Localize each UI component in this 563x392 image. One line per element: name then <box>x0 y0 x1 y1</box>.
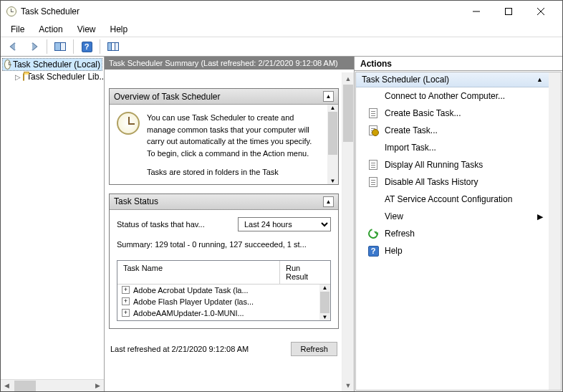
menu-help[interactable]: Help <box>105 23 134 36</box>
close-button[interactable] <box>524 1 557 21</box>
task-row[interactable]: + AdobeAAMUpdater-1.0-MUNI... <box>117 307 319 319</box>
tree-expander-icon[interactable]: ▷ <box>15 73 21 81</box>
action-create-task[interactable]: Create Task... <box>356 122 549 139</box>
scroll-thumb[interactable] <box>14 381 36 391</box>
clock-large-icon <box>117 112 140 135</box>
scroll-up-arrow[interactable]: ▲ <box>342 72 354 85</box>
row-expander-icon[interactable]: + <box>122 297 130 305</box>
center-vertical-scrollbar[interactable]: ▲ ▼ <box>342 72 354 391</box>
scroll-down-arrow[interactable]: ▼ <box>319 314 330 320</box>
scroll-up-arrow[interactable]: ▲ <box>327 105 338 111</box>
scroll-up-arrow[interactable]: ▲ <box>319 285 330 291</box>
action-label: Help <box>385 246 403 256</box>
forward-button[interactable] <box>25 39 42 54</box>
help-icon: ? <box>367 245 379 257</box>
navigation-tree-pane: Task Scheduler (Local) ▷ Task Scheduler … <box>1 57 105 391</box>
action-connect-to-another-computer[interactable]: Connect to Another Computer... <box>356 87 549 105</box>
task-row[interactable]: + Adobe Acrobat Update Task (la... <box>117 285 319 296</box>
action-label: Connect to Another Computer... <box>385 91 505 101</box>
scroll-down-arrow[interactable]: ▼ <box>342 379 354 391</box>
tree-child-label: Task Scheduler Lib... <box>27 72 104 82</box>
scroll-right-arrow[interactable]: ▶ <box>92 381 104 391</box>
action-display-all-running-tasks[interactable]: Display All Running Tasks <box>356 156 549 173</box>
back-button[interactable] <box>5 39 22 54</box>
document-wizard-icon <box>367 107 379 119</box>
action-disable-all-tasks-history[interactable]: Disable All Tasks History <box>356 173 549 191</box>
window-title: Task Scheduler <box>21 6 460 16</box>
titlebar: Task Scheduler <box>1 1 562 22</box>
scroll-left-arrow[interactable]: ◀ <box>1 381 13 391</box>
overview-panel-header[interactable]: Overview of Task Scheduler ▲ <box>110 89 338 105</box>
collapse-up-icon[interactable]: ▲ <box>536 76 543 83</box>
action-label: Refresh <box>385 229 415 239</box>
menu-view[interactable]: View <box>72 23 102 36</box>
action-label: Disable All Tasks History <box>385 177 478 187</box>
submenu-chevron-icon: ▶ <box>537 212 543 221</box>
action-import-task[interactable]: Import Task... <box>356 139 549 156</box>
toolbar-separator <box>73 39 74 54</box>
menubar: File Action View Help <box>1 22 562 37</box>
task-rows-scrollbar[interactable]: ▲ ▼ <box>319 285 330 320</box>
toolbar-separator <box>47 39 47 54</box>
overview-vertical-scrollbar[interactable]: ▲ ▼ <box>327 105 338 184</box>
task-name-cell: Adobe Flash Player Updater (las... <box>133 297 315 306</box>
overview-paragraph-2: Tasks are stored in folders in the Task <box>147 166 320 178</box>
actions-pane: Actions Task Scheduler (Local) ▲ Connect… <box>355 57 562 391</box>
running-tasks-icon <box>367 159 379 171</box>
refresh-button[interactable]: Refresh <box>291 342 337 356</box>
row-expander-icon[interactable]: + <box>122 309 130 317</box>
task-row[interactable]: + Adobe Flash Player Updater (las... <box>117 296 319 307</box>
tree-root-label: Task Scheduler (Local) <box>13 59 100 70</box>
help-button[interactable]: ? <box>78 39 95 54</box>
show-hide-action-pane-button[interactable] <box>105 39 122 54</box>
column-header-task-name[interactable]: Task Name <box>117 261 280 284</box>
refresh-icon <box>367 228 379 239</box>
blank-icon <box>367 211 379 222</box>
task-status-panel-header[interactable]: Task Status ▲ <box>110 194 338 210</box>
action-refresh[interactable]: Refresh <box>356 225 549 242</box>
action-label: Create Task... <box>385 125 438 135</box>
toolbar-separator <box>100 39 100 54</box>
task-name-cell: AdobeAAMUpdater-1.0-MUNI... <box>133 309 315 317</box>
actions-section-header[interactable]: Task Scheduler (Local) ▲ <box>356 72 549 87</box>
action-label: Import Task... <box>385 143 436 153</box>
time-period-select[interactable]: Last 24 hours <box>238 217 331 231</box>
document-gear-icon <box>367 125 379 136</box>
menu-file[interactable]: File <box>5 23 30 36</box>
status-label: Status of tasks that hav... <box>117 220 232 229</box>
row-expander-icon[interactable]: + <box>122 286 130 294</box>
blank-icon <box>367 193 379 205</box>
scroll-thumb[interactable] <box>320 292 329 313</box>
blank-icon <box>367 90 379 102</box>
overview-paragraph-1: You can use Task Scheduler to create and… <box>147 112 320 159</box>
scroll-thumb[interactable] <box>328 112 337 155</box>
tree-root-task-scheduler-local[interactable]: Task Scheduler (Local) <box>2 58 102 71</box>
actions-header: Actions <box>355 57 562 71</box>
scroll-thumb[interactable] <box>343 85 353 142</box>
actions-vertical-scrollbar[interactable] <box>549 72 561 390</box>
action-at-service-account-config[interactable]: AT Service Account Configuration <box>356 191 549 208</box>
center-pane: Task Scheduler Summary (Last refreshed: … <box>105 57 355 391</box>
tree-item-task-scheduler-library[interactable]: ▷ Task Scheduler Lib... <box>2 71 102 82</box>
blank-icon <box>367 142 379 153</box>
collapse-up-icon[interactable]: ▲ <box>323 91 334 102</box>
action-create-basic-task[interactable]: Create Basic Task... <box>356 105 549 122</box>
task-status-title: Task Status <box>114 196 323 206</box>
show-hide-console-tree-button[interactable] <box>52 39 69 54</box>
overview-panel: Overview of Task Scheduler ▲ You can use… <box>109 88 339 185</box>
column-header-run-result[interactable]: Run Result <box>280 261 330 284</box>
maximize-button[interactable] <box>492 1 524 21</box>
collapse-up-icon[interactable]: ▲ <box>323 196 334 207</box>
action-help[interactable]: ? Help <box>356 242 549 259</box>
minimize-button[interactable] <box>460 1 492 21</box>
task-status-panel: Task Status ▲ Status of tasks that hav..… <box>109 193 339 329</box>
disable-history-icon <box>367 176 379 188</box>
summary-header: Task Scheduler Summary (Last refreshed: … <box>105 57 354 70</box>
tree-horizontal-scrollbar[interactable]: ◀ ▶ <box>1 379 104 391</box>
overview-title: Overview of Task Scheduler <box>114 92 323 102</box>
toolbar: ? <box>1 37 562 57</box>
action-view[interactable]: View ▶ <box>356 208 549 225</box>
scroll-down-arrow[interactable]: ▼ <box>327 178 338 184</box>
menu-action[interactable]: Action <box>33 23 68 36</box>
clock-icon <box>4 59 11 70</box>
